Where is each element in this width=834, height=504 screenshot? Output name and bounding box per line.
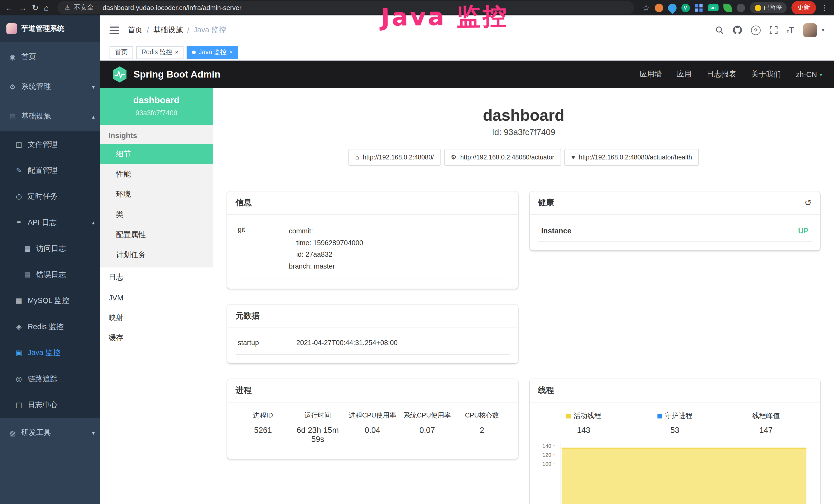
sidebar-item-label: 研发工具 — [21, 428, 51, 437]
chevron-up-icon: ▴ — [92, 220, 94, 225]
breadcrumb-section[interactable]: 基础设施 — [153, 25, 183, 35]
sba-item-caches[interactable]: 缓存 — [100, 328, 213, 348]
sidebar-item-system-mgmt[interactable]: ⚙ 系统管理 ▾ — [0, 72, 100, 102]
sidebar-item-access-logs[interactable]: ▤ 访问日志 — [0, 235, 100, 261]
actuator-url-button[interactable]: ⚙ http://192.168.0.2:48080/actuator — [444, 149, 561, 166]
process-col-value: 0.07 — [400, 426, 455, 434]
app-logo-row[interactable]: 芋道管理系统 — [0, 16, 100, 42]
chrome-menu-icon[interactable]: ⋮ — [821, 4, 829, 12]
back-icon[interactable]: ← — [5, 4, 13, 12]
sba-item-classes[interactable]: 类 — [100, 205, 213, 225]
reload-icon[interactable]: ↻ — [32, 4, 39, 12]
infrastructure-icon: ▤ — [8, 112, 17, 120]
service-url: http://192.168.0.2:48080/ — [363, 154, 434, 161]
chrome-update-button[interactable]: 更新 — [791, 1, 816, 15]
home-icon[interactable]: ⌂ — [44, 4, 49, 12]
sidebar-item-java-monitor[interactable]: ▣ Java 监控 — [0, 340, 100, 366]
y-tick: 100 — [543, 461, 555, 467]
extension-icon-grid[interactable] — [694, 3, 703, 12]
sba-item-jvm[interactable]: JVM — [100, 288, 213, 308]
sidebar-item-config-mgmt[interactable]: ✎ 配置管理 — [0, 157, 100, 183]
sba-nav-applications[interactable]: 应用 — [677, 70, 692, 79]
sba-nav-journal[interactable]: 日志报表 — [707, 70, 737, 79]
sidebar-item-redis-monitor[interactable]: ◈ Redis 监控 — [0, 314, 100, 340]
edit-icon: ✎ — [15, 166, 23, 174]
metadata-value: 2021-04-27T00:44:31.254+08:00 — [296, 339, 507, 347]
forward-icon[interactable]: → — [19, 4, 26, 12]
sba-item-logs[interactable]: 日志 — [100, 268, 213, 288]
url-text[interactable]: dashboard.yudao.iocoder.cn/infra/admin-s… — [103, 4, 241, 12]
sba-nav-about[interactable]: 关于我们 — [751, 70, 781, 79]
close-icon[interactable]: × — [175, 49, 178, 55]
tab-java-monitor[interactable]: Java 监控 × — [187, 46, 238, 59]
sidebar-item-log-center[interactable]: ▤ 日志中心 — [0, 392, 100, 418]
sba-item-scheduled-tasks[interactable]: 计划任务 — [100, 245, 213, 266]
extension-icon-on-switch[interactable]: on — [708, 4, 718, 11]
process-card-title: 进程 — [227, 379, 518, 402]
search-icon[interactable] — [715, 26, 724, 34]
legend-swatch-blue — [657, 413, 662, 418]
sba-item-config-props[interactable]: 配置属性 — [100, 225, 213, 245]
sidebar-item-api-logs[interactable]: ≡ API 日志 ▴ — [0, 209, 100, 235]
sidebar-item-dev-tools[interactable]: ▨ 研发工具 ▾ — [0, 418, 100, 448]
sidebar-item-error-logs[interactable]: ▤ 错误日志 — [0, 261, 100, 288]
sba-nav-wall[interactable]: 应用墙 — [640, 70, 662, 79]
font-size-icon[interactable]: тT — [787, 25, 794, 35]
actuator-url: http://192.168.0.2:48080/actuator — [460, 154, 554, 161]
sidebar-item-mysql-monitor[interactable]: ▦ MySQL 监控 — [0, 288, 100, 314]
health-card-header: 健康 ↺ — [529, 191, 820, 215]
extension-icon-droplet[interactable] — [666, 2, 678, 14]
sidebar-item-tracing[interactable]: ◎ 链路追踪 — [0, 366, 100, 392]
tab-redis-monitor[interactable]: Redis 监控 × — [136, 46, 184, 59]
info-card-body: git commit: time: 1596289704000 id: 27aa… — [227, 215, 518, 289]
breadcrumb-separator: / — [187, 26, 189, 34]
security-warning-icon: ⚠ — [65, 4, 70, 11]
breadcrumb-home[interactable]: 首页 — [128, 25, 142, 35]
github-icon[interactable] — [733, 25, 742, 35]
sba-brand[interactable]: Spring Boot Admin — [112, 66, 220, 83]
sidebar-toggle-icon[interactable] — [110, 26, 119, 34]
paused-extension-badge[interactable]: 已暂停 — [750, 2, 787, 13]
help-icon[interactable]: ? — [751, 25, 761, 35]
threads-card: 线程 活动线程 143 — [529, 379, 820, 504]
active-tab-dot — [192, 51, 196, 54]
process-col-label: 系统CPU使用率 — [400, 411, 455, 420]
dashboard-icon: ◉ — [8, 53, 17, 61]
security-label[interactable]: 不安全 — [74, 3, 94, 12]
paused-label: 已暂停 — [764, 4, 782, 12]
breadcrumb-current: Java 监控 — [193, 25, 226, 35]
tab-home[interactable]: 首页 — [110, 46, 133, 59]
caret-down-icon[interactable]: ▾ — [822, 27, 824, 33]
sidebar-item-infrastructure[interactable]: ▤ 基础设施 ▴ — [0, 102, 100, 132]
sba-instance-header[interactable]: dashboard 93a3fc7f7409 — [100, 88, 213, 125]
close-icon[interactable]: × — [229, 49, 233, 55]
app-title: 芋道管理系统 — [21, 24, 64, 33]
document-icon: ▤ — [23, 245, 31, 253]
sba-item-environment[interactable]: 环境 — [100, 185, 213, 205]
extension-icon-green-v[interactable]: V — [681, 3, 690, 12]
sba-item-performance[interactable]: 性能 — [100, 164, 213, 185]
sidebar-item-home[interactable]: ◉ 首页 — [0, 42, 100, 72]
address-bar[interactable]: ⚠ 不安全 | dashboard.yudao.iocoder.cn/infra… — [57, 1, 634, 15]
extension-icon-leaf[interactable] — [723, 3, 731, 12]
sba-section-label: Insights — [100, 125, 213, 144]
service-url-button[interactable]: ⌂ http://192.168.0.2:48080/ — [348, 149, 441, 166]
fullscreen-icon[interactable] — [770, 26, 777, 34]
app-shell: 芋道管理系统 ◉ 首页 ⚙ 系统管理 ▾ ▤ 基础设施 ▴ ◫ 文件管理 — [0, 16, 834, 504]
sba-item-details[interactable]: 细节 — [100, 144, 213, 164]
extension-icon-dark[interactable] — [737, 3, 745, 12]
history-icon[interactable]: ↺ — [805, 198, 812, 208]
sba-locale-select[interactable]: zh-CN ▾ — [796, 70, 822, 78]
threads-card-title: 线程 — [529, 379, 820, 402]
health-url-button[interactable]: ♥ http://192.168.0.2:48080/actuator/heal… — [564, 149, 699, 166]
user-avatar[interactable] — [803, 23, 817, 37]
sba-item-mappings[interactable]: 映射 — [100, 308, 213, 328]
sidebar-item-file-mgmt[interactable]: ◫ 文件管理 — [0, 131, 100, 157]
legend-label: 活动线程 — [574, 411, 601, 420]
main-column: 首页 / 基础设施 / Java 监控 ? — [100, 16, 834, 504]
sidebar-item-scheduled-tasks[interactable]: ◷ 定时任务 — [0, 183, 100, 209]
health-instance-row[interactable]: Instance UP — [538, 221, 812, 242]
extension-icon-orange[interactable] — [655, 3, 663, 12]
info-line: id: 27aa832 — [289, 249, 507, 260]
bookmark-star-icon[interactable]: ☆ — [643, 4, 650, 12]
